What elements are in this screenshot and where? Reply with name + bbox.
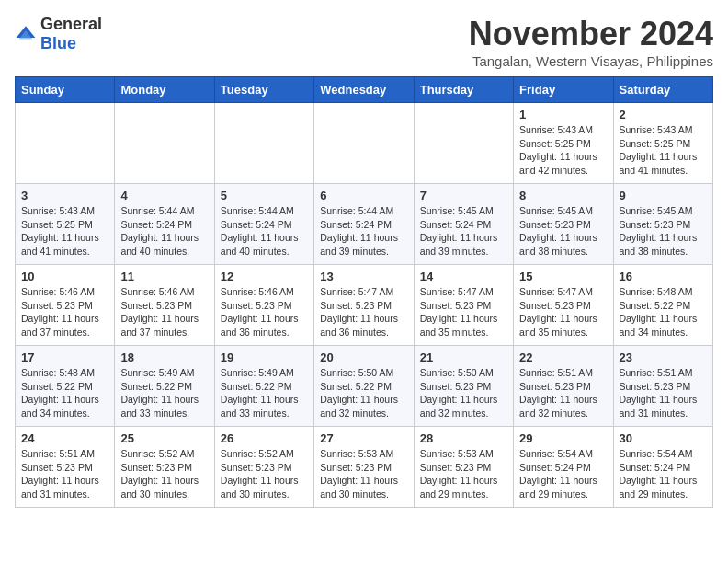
week-row-2: 10Sunrise: 5:46 AM Sunset: 5:23 PM Dayli… — [16, 265, 713, 346]
calendar-cell: 14Sunrise: 5:47 AM Sunset: 5:23 PM Dayli… — [414, 265, 513, 346]
day-info: Sunrise: 5:52 AM Sunset: 5:23 PM Dayligh… — [120, 447, 208, 501]
day-info: Sunrise: 5:53 AM Sunset: 5:23 PM Dayligh… — [420, 447, 507, 501]
day-info: Sunrise: 5:47 AM Sunset: 5:23 PM Dayligh… — [519, 285, 607, 339]
day-number: 22 — [519, 350, 607, 364]
week-row-3: 17Sunrise: 5:48 AM Sunset: 5:22 PM Dayli… — [16, 346, 713, 427]
calendar-cell: 25Sunrise: 5:52 AM Sunset: 5:23 PM Dayli… — [115, 427, 214, 508]
day-info: Sunrise: 5:54 AM Sunset: 5:24 PM Dayligh… — [519, 447, 607, 501]
day-number: 9 — [620, 189, 707, 202]
calendar-cell: 17Sunrise: 5:48 AM Sunset: 5:22 PM Dayli… — [16, 346, 115, 427]
logo-blue: Blue — [40, 34, 76, 52]
calendar-cell — [16, 103, 115, 184]
calendar-cell: 19Sunrise: 5:49 AM Sunset: 5:22 PM Dayli… — [214, 346, 313, 427]
calendar-cell: 1Sunrise: 5:43 AM Sunset: 5:25 PM Daylig… — [514, 103, 613, 184]
location-title: Tangalan, Western Visayas, Philippines — [469, 53, 713, 69]
calendar-cell: 2Sunrise: 5:43 AM Sunset: 5:25 PM Daylig… — [613, 103, 712, 184]
day-number: 13 — [320, 270, 407, 283]
calendar-cell: 6Sunrise: 5:44 AM Sunset: 5:24 PM Daylig… — [314, 184, 414, 265]
day-info: Sunrise: 5:46 AM Sunset: 5:23 PM Dayligh… — [120, 285, 208, 339]
day-info: Sunrise: 5:43 AM Sunset: 5:25 PM Dayligh… — [519, 123, 607, 178]
week-row-1: 3Sunrise: 5:43 AM Sunset: 5:25 PM Daylig… — [16, 184, 713, 265]
day-number: 6 — [320, 189, 407, 202]
day-info: Sunrise: 5:44 AM Sunset: 5:24 PM Dayligh… — [120, 204, 208, 259]
day-info: Sunrise: 5:43 AM Sunset: 5:25 PM Dayligh… — [620, 123, 707, 178]
calendar-cell — [314, 103, 414, 184]
day-number: 14 — [420, 270, 507, 283]
day-info: Sunrise: 5:52 AM Sunset: 5:23 PM Dayligh… — [221, 447, 308, 501]
day-info: Sunrise: 5:47 AM Sunset: 5:23 PM Dayligh… — [420, 285, 507, 339]
logo: General Blue — [15, 15, 102, 53]
month-title: November 2024 — [469, 15, 713, 53]
calendar-cell: 3Sunrise: 5:43 AM Sunset: 5:25 PM Daylig… — [16, 184, 115, 265]
logo-icon — [15, 23, 37, 45]
day-info: Sunrise: 5:46 AM Sunset: 5:23 PM Dayligh… — [221, 285, 308, 339]
day-number: 30 — [620, 431, 707, 445]
day-number: 21 — [420, 350, 507, 364]
day-info: Sunrise: 5:45 AM Sunset: 5:23 PM Dayligh… — [519, 204, 607, 259]
weekday-header-friday: Friday — [514, 77, 613, 103]
calendar-cell: 11Sunrise: 5:46 AM Sunset: 5:23 PM Dayli… — [115, 265, 214, 346]
day-number: 16 — [620, 270, 707, 283]
day-number: 10 — [21, 270, 108, 283]
day-info: Sunrise: 5:43 AM Sunset: 5:25 PM Dayligh… — [21, 204, 108, 259]
calendar-cell: 12Sunrise: 5:46 AM Sunset: 5:23 PM Dayli… — [214, 265, 313, 346]
week-row-4: 24Sunrise: 5:51 AM Sunset: 5:23 PM Dayli… — [16, 427, 713, 508]
day-number: 12 — [221, 270, 308, 283]
calendar-cell: 30Sunrise: 5:54 AM Sunset: 5:24 PM Dayli… — [613, 427, 712, 508]
day-number: 19 — [221, 350, 308, 364]
calendar-cell: 24Sunrise: 5:51 AM Sunset: 5:23 PM Dayli… — [16, 427, 115, 508]
day-number: 24 — [21, 431, 108, 445]
day-info: Sunrise: 5:45 AM Sunset: 5:24 PM Dayligh… — [420, 204, 507, 259]
weekday-header-thursday: Thursday — [414, 77, 513, 103]
day-info: Sunrise: 5:50 AM Sunset: 5:23 PM Dayligh… — [420, 366, 507, 420]
weekday-header-monday: Monday — [115, 77, 214, 103]
calendar-cell: 9Sunrise: 5:45 AM Sunset: 5:23 PM Daylig… — [613, 184, 712, 265]
day-info: Sunrise: 5:53 AM Sunset: 5:23 PM Dayligh… — [320, 447, 407, 501]
day-number: 15 — [519, 270, 607, 283]
weekday-header-sunday: Sunday — [16, 77, 115, 103]
calendar-cell: 29Sunrise: 5:54 AM Sunset: 5:24 PM Dayli… — [514, 427, 613, 508]
page-header: General Blue November 2024 Tangalan, Wes… — [15, 15, 713, 69]
day-number: 2 — [620, 108, 707, 121]
calendar-cell: 18Sunrise: 5:49 AM Sunset: 5:22 PM Dayli… — [115, 346, 214, 427]
day-info: Sunrise: 5:47 AM Sunset: 5:23 PM Dayligh… — [320, 285, 407, 339]
day-info: Sunrise: 5:50 AM Sunset: 5:22 PM Dayligh… — [320, 366, 407, 420]
day-info: Sunrise: 5:49 AM Sunset: 5:22 PM Dayligh… — [221, 366, 308, 420]
day-number: 1 — [519, 108, 607, 121]
day-info: Sunrise: 5:45 AM Sunset: 5:23 PM Dayligh… — [620, 204, 707, 259]
day-number: 17 — [21, 350, 108, 364]
calendar-cell: 8Sunrise: 5:45 AM Sunset: 5:23 PM Daylig… — [514, 184, 613, 265]
day-number: 7 — [420, 189, 507, 202]
day-info: Sunrise: 5:48 AM Sunset: 5:22 PM Dayligh… — [620, 285, 707, 339]
day-number: 4 — [120, 189, 208, 202]
day-info: Sunrise: 5:44 AM Sunset: 5:24 PM Dayligh… — [221, 204, 308, 259]
title-area: November 2024 Tangalan, Western Visayas,… — [469, 15, 713, 69]
calendar-cell: 23Sunrise: 5:51 AM Sunset: 5:23 PM Dayli… — [613, 346, 712, 427]
calendar-cell: 4Sunrise: 5:44 AM Sunset: 5:24 PM Daylig… — [115, 184, 214, 265]
calendar-cell: 21Sunrise: 5:50 AM Sunset: 5:23 PM Dayli… — [414, 346, 513, 427]
calendar-cell: 27Sunrise: 5:53 AM Sunset: 5:23 PM Dayli… — [314, 427, 414, 508]
day-info: Sunrise: 5:49 AM Sunset: 5:22 PM Dayligh… — [120, 366, 208, 420]
weekday-header-row: SundayMondayTuesdayWednesdayThursdayFrid… — [16, 77, 713, 103]
day-number: 20 — [320, 350, 407, 364]
calendar-cell: 26Sunrise: 5:52 AM Sunset: 5:23 PM Dayli… — [214, 427, 313, 508]
day-number: 8 — [519, 189, 607, 202]
calendar-cell — [115, 103, 214, 184]
logo-text: General Blue — [40, 15, 102, 53]
calendar-cell: 22Sunrise: 5:51 AM Sunset: 5:23 PM Dayli… — [514, 346, 613, 427]
calendar-cell: 5Sunrise: 5:44 AM Sunset: 5:24 PM Daylig… — [214, 184, 313, 265]
calendar-cell: 10Sunrise: 5:46 AM Sunset: 5:23 PM Dayli… — [16, 265, 115, 346]
day-number: 27 — [320, 431, 407, 445]
day-number: 5 — [221, 189, 308, 202]
calendar-cell: 16Sunrise: 5:48 AM Sunset: 5:22 PM Dayli… — [613, 265, 712, 346]
day-number: 25 — [120, 431, 208, 445]
day-number: 26 — [221, 431, 308, 445]
calendar-cell: 20Sunrise: 5:50 AM Sunset: 5:22 PM Dayli… — [314, 346, 414, 427]
day-number: 23 — [620, 350, 707, 364]
calendar-cell: 13Sunrise: 5:47 AM Sunset: 5:23 PM Dayli… — [314, 265, 414, 346]
weekday-header-wednesday: Wednesday — [314, 77, 414, 103]
weekday-header-tuesday: Tuesday — [214, 77, 313, 103]
day-info: Sunrise: 5:48 AM Sunset: 5:22 PM Dayligh… — [21, 366, 108, 420]
day-info: Sunrise: 5:51 AM Sunset: 5:23 PM Dayligh… — [21, 447, 108, 501]
week-row-0: 1Sunrise: 5:43 AM Sunset: 5:25 PM Daylig… — [16, 103, 713, 184]
